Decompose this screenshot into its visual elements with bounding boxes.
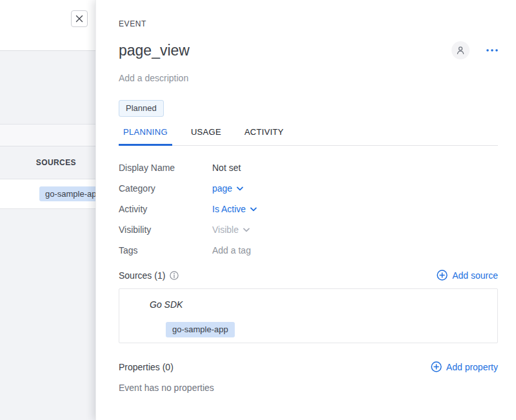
event-detail-panel: EVENT page_view Add a description Planne… [95,0,516,420]
person-icon [455,45,466,55]
source-card: Go SDK go-sample-app [119,288,498,343]
sources-section-header: Sources (1) Add source [119,270,498,281]
field-row-category: Category page [119,183,498,194]
description-input[interactable]: Add a description [119,73,498,83]
visibility-dropdown: Visible [212,225,250,235]
field-label: Category [119,183,212,194]
add-source-button[interactable]: Add source [437,270,498,281]
visibility-value: Visible [212,225,239,235]
background-page: SOURCES go-sample-app [0,0,96,420]
more-actions-button[interactable] [486,49,498,52]
background-section [0,209,96,420]
source-tag[interactable]: go-sample-app [166,322,235,337]
field-label: Activity [119,204,212,214]
background-section [0,51,96,125]
properties-empty-text: Event has no properties [119,383,498,393]
tags-input[interactable]: Add a tag [212,245,251,255]
table-row[interactable]: go-sample-app [0,179,96,209]
add-source-label: Add source [452,270,498,281]
planning-fields: Display Name Not set Category page Activ… [119,163,498,255]
field-label: Tags [119,245,212,255]
category-value: page [212,183,232,194]
plus-circle-icon [431,361,442,372]
sources-column-header: SOURCES [0,146,96,179]
properties-heading: Properties (0) [119,362,174,372]
chevron-down-icon [250,207,257,212]
ellipsis-menu-icon [486,49,498,52]
plus-circle-icon [437,270,448,281]
assignee-button[interactable] [452,41,470,59]
activity-value: Is Active [212,204,246,214]
status-badge[interactable]: Planned [119,100,164,117]
sources-column-header-label: SOURCES [36,158,76,167]
tab-usage[interactable]: USAGE [186,127,226,145]
display-name-value[interactable]: Not set [212,163,241,173]
field-label: Display Name [119,163,212,173]
tab-bar: PLANNING USAGE ACTIVITY [119,127,498,146]
background-section [0,125,96,146]
field-row-visibility: Visibility Visible [119,225,498,235]
sources-heading-label: Sources (1) [119,270,165,281]
field-label: Visibility [119,225,212,235]
background-modal-header [0,0,96,51]
add-property-button[interactable]: Add property [431,361,498,372]
panel-kicker: EVENT [119,19,498,28]
field-row-tags: Tags Add a tag [119,245,498,255]
category-dropdown[interactable]: page [212,183,243,194]
chevron-down-icon [243,228,250,232]
tab-planning[interactable]: PLANNING [119,127,172,146]
activity-dropdown[interactable]: Is Active [212,204,257,214]
tab-activity[interactable]: ACTIVITY [240,127,288,145]
page-title: page_view [119,42,452,59]
properties-section-header: Properties (0) Add property [119,361,498,372]
title-row: page_view [119,41,498,59]
sources-heading: Sources (1) [119,270,179,281]
close-button[interactable] [71,10,88,27]
chevron-down-icon [237,186,243,191]
source-name: Go SDK [150,299,497,310]
field-row-activity: Activity Is Active [119,204,498,214]
close-icon [75,15,83,23]
properties-heading-label: Properties (0) [119,362,174,372]
field-row-display-name: Display Name Not set [119,163,498,173]
info-icon[interactable] [170,271,179,280]
add-property-label: Add property [446,362,498,372]
